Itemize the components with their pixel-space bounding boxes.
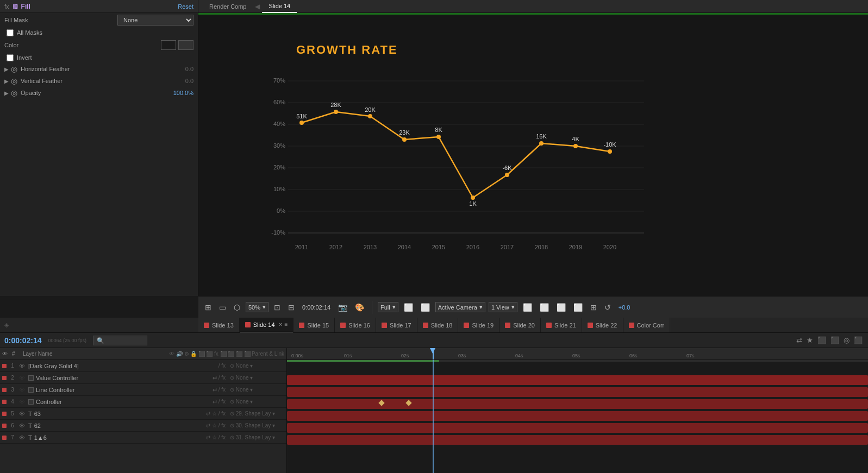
tab-slide18[interactable]: Slide 18 xyxy=(417,318,459,333)
layout-icon3[interactable]: ⬜ xyxy=(554,302,568,313)
tab-slide20[interactable]: Slide 20 xyxy=(499,318,541,333)
svg-text:40%: 40% xyxy=(273,121,285,127)
tab-slide14-menu[interactable]: ≡ xyxy=(285,321,288,327)
layer5-vis[interactable]: 👁 xyxy=(17,411,26,417)
crop-icon[interactable]: ⊟ xyxy=(286,302,297,313)
all-masks-label: All Masks xyxy=(17,29,42,36)
layer1-color xyxy=(2,364,7,368)
camera-snap-icon[interactable]: 📷 xyxy=(336,302,349,313)
playhead-ruler xyxy=(433,348,434,360)
layer-row-5[interactable]: 5 👁 T 63 ⇄ ☆ / fx ⊙ 29. Shape Lay ▾ xyxy=(0,408,286,420)
layer2-link: ⊙ None ▾ xyxy=(230,375,284,381)
opacity-row: ▶ ◎ Opacity 100.0% xyxy=(0,87,198,99)
svg-text:2013: 2013 xyxy=(364,244,377,250)
tab-slide21-color xyxy=(546,323,552,328)
tab-slide15-color xyxy=(299,323,304,328)
fit-icon[interactable]: ⊡ xyxy=(272,302,283,313)
tab-slide14[interactable]: Slide 14 ✕ ≡ xyxy=(240,318,294,333)
layer-list-header: 👁 # Layer Name 👁 🔊 ⚙ 🔒 ⬛ ⬛ fx ⬛ ⬛ ⬛ ⬛ Pa… xyxy=(0,348,286,360)
tab-slide16[interactable]: Slide 16 xyxy=(335,318,376,333)
layer6-vis[interactable]: 👁 xyxy=(17,422,26,429)
tl-icon-4[interactable]: ⬛ xyxy=(829,335,840,345)
monitor-icon[interactable]: ▭ xyxy=(217,302,228,313)
layer3-num: 3 xyxy=(8,387,17,393)
invert-checkbox[interactable] xyxy=(7,54,14,61)
layer-row-1[interactable]: 1 👁 [Dark Gray Solid 4] / fx ⊙ None ▾ xyxy=(0,360,286,372)
offset-value: +0.0 xyxy=(616,303,633,312)
tab-slide15[interactable]: Slide 15 xyxy=(294,318,335,333)
layer5-name: 63 xyxy=(34,411,206,417)
opacity-icon: ◎ xyxy=(11,89,17,97)
viewer-icon[interactable]: ⊞ xyxy=(203,302,214,313)
track-6 xyxy=(287,422,868,434)
layer-row-2[interactable]: 2 👁 Value Controller ⇄ / fx ⊙ None ▾ xyxy=(0,372,286,384)
search-input[interactable] xyxy=(93,336,147,345)
tab-color-corr[interactable]: Color Corr xyxy=(623,318,671,333)
time-mark-4: 04s xyxy=(515,353,523,358)
time-mark-5: 05s xyxy=(572,353,580,358)
tl-icon-5[interactable]: ◎ xyxy=(842,335,851,345)
point-2018 xyxy=(539,141,544,146)
work-area-bar xyxy=(287,360,439,362)
grid-icon[interactable]: ⊞ xyxy=(588,302,599,313)
tl-icon-3[interactable]: ⬛ xyxy=(816,335,827,345)
layer1-vis[interactable]: 👁 xyxy=(17,363,26,369)
layout-icon1[interactable]: ⬜ xyxy=(521,302,534,313)
tab-slide22[interactable]: Slide 22 xyxy=(582,318,623,333)
quality-dropdown[interactable]: Full ▾ xyxy=(378,302,398,312)
playhead-line xyxy=(433,360,434,473)
layer-row-7[interactable]: 7 👁 T 1▲6 ⇄ ☆ / fx ⊙ 31. Shape Lay ▾ xyxy=(0,432,286,444)
layout-icon2[interactable]: ⬜ xyxy=(538,302,551,313)
time-mark-0: 0:00s xyxy=(291,353,303,358)
tab-slide21-label: Slide 21 xyxy=(554,322,576,329)
zoom-value: 50% xyxy=(248,304,260,311)
layer-row-4[interactable]: 4 👁 Controller ⇄ / fx ⊙ None ▾ xyxy=(0,396,286,408)
layer3-icons: ⇄ / fx xyxy=(213,387,226,393)
layout-icon4[interactable]: ⬜ xyxy=(571,302,585,313)
svg-text:1K: 1K xyxy=(469,200,477,207)
time-mark-1: 01s xyxy=(344,353,352,358)
tab-slide13[interactable]: Slide 13 xyxy=(198,318,240,333)
layer1-link: ⊙ None ▾ xyxy=(230,363,284,369)
layer2-icons: ⇄ / fx xyxy=(213,375,226,381)
opacity-arrow: ▶ xyxy=(4,90,9,96)
camera-arrow: ▾ xyxy=(479,304,483,311)
zoom-dropdown[interactable]: 50% ▾ xyxy=(246,302,268,312)
tab-slide19[interactable]: Slide 19 xyxy=(458,318,499,333)
all-masks-checkbox[interactable] xyxy=(7,29,14,36)
color-swatch-black[interactable] xyxy=(161,40,176,50)
view-dropdown[interactable]: 1 View ▾ xyxy=(489,302,517,312)
panel-header: fx ▩ Fill Reset xyxy=(0,0,198,13)
tab-slide17[interactable]: Slide 17 xyxy=(376,318,417,333)
color-swatch-dark[interactable] xyxy=(178,40,193,50)
layer-row-6[interactable]: 6 👁 T 62 ⇄ ☆ / fx ⊙ 30. Shape Lay ▾ xyxy=(0,420,286,432)
tab-slide15-label: Slide 15 xyxy=(307,322,329,329)
layer7-color xyxy=(2,436,7,440)
fill-mask-select[interactable]: None xyxy=(117,15,193,26)
tab-slide14[interactable]: Slide 14 xyxy=(262,0,297,13)
tab-slide21[interactable]: Slide 21 xyxy=(541,318,582,333)
tab-color-corr-color xyxy=(629,323,634,328)
preview-area: Render Comp ◀ Slide 14 GROWTH RATE 70% 6… xyxy=(198,0,868,296)
vr-icon[interactable]: ⬡ xyxy=(232,302,242,313)
time-mark-7: 07s xyxy=(686,353,695,358)
resolution-icon[interactable]: ⬜ xyxy=(402,302,415,313)
tab-slide14-close[interactable]: ✕ xyxy=(278,321,283,327)
transparency-icon[interactable]: ⬜ xyxy=(419,302,432,313)
svg-text:2018: 2018 xyxy=(535,244,548,250)
tl-icon-6[interactable]: ⬛ xyxy=(853,335,864,345)
tl-icon-1[interactable]: ⇄ xyxy=(795,335,803,345)
layer7-vis[interactable]: 👁 xyxy=(17,434,26,441)
refresh-icon[interactable]: ↺ xyxy=(602,302,613,313)
reset-button[interactable]: Reset xyxy=(178,3,193,10)
point-2012 xyxy=(334,110,338,114)
color-icon[interactable]: 🎨 xyxy=(353,302,366,313)
layer-row-3[interactable]: 3 👁 Line Controller ⇄ / fx ⊙ None ▾ xyxy=(0,384,286,396)
svg-text:2019: 2019 xyxy=(569,244,582,250)
layer7-num: 7 xyxy=(8,434,17,440)
layer-list: 👁 # Layer Name 👁 🔊 ⚙ 🔒 ⬛ ⬛ fx ⬛ ⬛ ⬛ ⬛ Pa… xyxy=(0,348,287,473)
tl-icon-2[interactable]: ★ xyxy=(805,335,814,345)
camera-dropdown[interactable]: Active Camera ▾ xyxy=(435,302,485,312)
layer2-num: 2 xyxy=(8,375,17,381)
tab-render-comp[interactable]: Render Comp xyxy=(203,0,253,13)
